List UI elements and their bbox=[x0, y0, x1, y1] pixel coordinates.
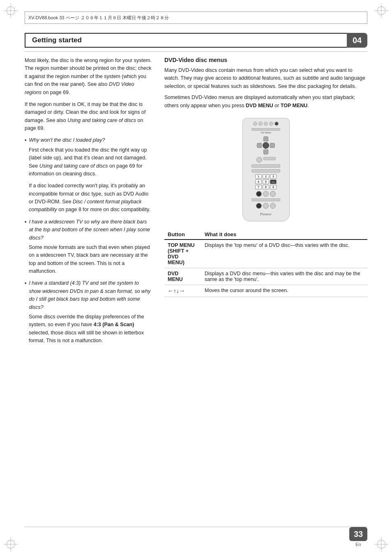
remote-control: TOP MENU bbox=[242, 118, 290, 221]
section-para2: Sometimes DVD-Video menus are displayed … bbox=[164, 94, 367, 110]
remote-top-lights bbox=[253, 122, 279, 126]
bullet-2-label: I have a widescreen TV so why are there … bbox=[25, 218, 152, 242]
wide-btn-2 bbox=[251, 164, 280, 168]
pioneer-logo: Pioneer bbox=[260, 212, 272, 216]
dpad-up bbox=[263, 136, 268, 141]
bullet-3-label: I have a standard (4:3) TV and set the s… bbox=[25, 279, 152, 311]
num-2: 2 bbox=[263, 174, 269, 179]
bullet-1-body: First check that you loaded the disc the… bbox=[25, 146, 152, 214]
page-number: 33 bbox=[349, 527, 367, 541]
section-title: DVD-Video disc menus bbox=[164, 57, 367, 63]
dpad-down bbox=[263, 150, 268, 154]
light-1 bbox=[253, 122, 257, 126]
num-9: 9 bbox=[270, 185, 277, 189]
btn-arrows: ←↑↓→ bbox=[164, 285, 201, 297]
wide-btn-3 bbox=[251, 169, 280, 173]
circle-light-2 bbox=[270, 191, 276, 197]
remote-bottom-row2 bbox=[251, 198, 280, 201]
num-8: 8 bbox=[263, 185, 269, 189]
chapter-header: Getting started 04 bbox=[25, 33, 367, 48]
para2-link-italic: Using and taking care of discs bbox=[67, 117, 136, 123]
left-column: Most likely, the disc is the wrong regio… bbox=[25, 57, 152, 522]
button-table: Button What it does TOP MENU (SHIFT + DV… bbox=[164, 230, 367, 297]
table-row-1: TOP MENU (SHIFT + DVD MENU) Displays the… bbox=[164, 240, 367, 268]
bullet-3-label-text: I have a standard (4:3) TV and set the s… bbox=[29, 279, 152, 311]
intro-link-italic: DVD Video regions bbox=[25, 81, 134, 95]
dvd-menu-bold: DVD MENU bbox=[246, 103, 273, 108]
rect-btn-1 bbox=[263, 157, 276, 160]
num-5: 5 bbox=[263, 180, 269, 184]
reg-mark-bl bbox=[3, 537, 18, 552]
divider-bottom bbox=[25, 527, 367, 527]
circle-btn-1 bbox=[256, 157, 262, 163]
bullet-3-bold: 4:3 (Pan & Scan) bbox=[94, 322, 134, 327]
table-row-3: ←↑↓→ Moves the cursor around the screen. bbox=[164, 285, 367, 297]
col-button: Button bbox=[164, 230, 201, 240]
remote-wide-btn1 bbox=[251, 128, 280, 131]
desc-dvd-menu: Displays a DVD disc menu—this varies wit… bbox=[201, 268, 367, 285]
bullet-1-italic-link2: Disc / content format playback compatibi… bbox=[29, 199, 141, 212]
para2: If the region number is OK, it may be th… bbox=[25, 101, 152, 133]
section-para1: Many DVD-Video discs contain menus from … bbox=[164, 67, 367, 90]
table-row-2: DVD MENU Displays a DVD disc menu—this v… bbox=[164, 268, 367, 285]
circle-dark-1 bbox=[256, 191, 262, 197]
btn-top-menu: TOP MENU (SHIFT + DVD MENU) bbox=[164, 240, 201, 268]
divider-top bbox=[25, 51, 367, 52]
num-1: 1 bbox=[255, 174, 262, 179]
num-3: 3 bbox=[270, 174, 277, 179]
top-menu-bold: TOP MENU bbox=[281, 103, 308, 108]
top-bar-text: XV-DV88.book 33 ページ ２０６年１１月９日 木曜日 午後２時２８… bbox=[28, 15, 169, 21]
remote-row1 bbox=[256, 157, 276, 163]
light-5 bbox=[274, 122, 279, 126]
dpad-center bbox=[263, 142, 269, 149]
light-2 bbox=[258, 122, 263, 126]
content-area: Most likely, the disc is the wrong regio… bbox=[25, 57, 367, 522]
dpad-left bbox=[257, 143, 262, 148]
light-3 bbox=[264, 122, 268, 126]
arrow-symbol: ←↑↓→ bbox=[168, 288, 185, 294]
reg-mark-br bbox=[374, 537, 389, 552]
bullet-1-label-text: Why won't the disc I loaded play? bbox=[29, 136, 105, 144]
remote-illustration: TOP MENU bbox=[164, 118, 367, 221]
bullet-3-body: Some discs override the display preferen… bbox=[25, 313, 152, 345]
top-bar: XV-DV88.book 33 ページ ２０６年１１月９日 木曜日 午後２時２８… bbox=[25, 12, 367, 24]
num-7: 7 bbox=[255, 185, 262, 189]
desc-top-menu: Displays the 'top menu' of a DVD disc—th… bbox=[201, 240, 367, 268]
reg-mark-tr bbox=[374, 3, 389, 18]
light-4 bbox=[269, 122, 273, 126]
bullet-1-italic-link: Using and taking care of discs bbox=[39, 163, 108, 169]
num-dash: — bbox=[270, 180, 277, 184]
bullet-2-body: Some movie formats are such that even wh… bbox=[25, 244, 152, 276]
remote-numpad: 1 2 3 4 5 — 7 8 9 bbox=[255, 174, 277, 189]
top-menu-label: TOP MENU bbox=[261, 131, 271, 134]
remote-dpad bbox=[257, 136, 275, 154]
remote-bottom-row1 bbox=[256, 191, 276, 197]
num-4: 4 bbox=[255, 180, 262, 184]
chapter-title: Getting started bbox=[25, 33, 347, 48]
chapter-number: 04 bbox=[347, 33, 367, 48]
power-btn bbox=[256, 203, 262, 209]
bullet-2: I have a widescreen TV so why are there … bbox=[25, 218, 152, 276]
circle-4 bbox=[270, 203, 276, 209]
bullet-3: I have a standard (4:3) TV and set the s… bbox=[25, 279, 152, 345]
dpad-right bbox=[270, 143, 275, 148]
right-column: DVD-Video disc menus Many DVD-Video disc… bbox=[164, 57, 367, 522]
transport-bar bbox=[251, 198, 280, 201]
desc-arrows: Moves the cursor around the screen. bbox=[201, 285, 367, 297]
bullet-1: Why won't the disc I loaded play? First … bbox=[25, 136, 152, 214]
col-what: What it does bbox=[201, 230, 367, 240]
remote-row3 bbox=[251, 169, 280, 173]
remote-row2 bbox=[251, 164, 280, 168]
bullet-1-label: Why won't the disc I loaded play? bbox=[25, 136, 152, 144]
circle-light-1 bbox=[263, 191, 269, 197]
btn-dvd-menu: DVD MENU bbox=[164, 268, 201, 285]
reg-mark-tl bbox=[3, 3, 18, 18]
remote-bottom-row3 bbox=[256, 203, 276, 209]
page-locale: En bbox=[355, 542, 361, 547]
circle-3 bbox=[263, 203, 269, 209]
bullet-2-label-text: I have a widescreen TV so why are there … bbox=[29, 218, 152, 242]
intro-paragraph: Most likely, the disc is the wrong regio… bbox=[25, 57, 152, 97]
remote-wide-btn-area: TOP MENU bbox=[249, 128, 282, 134]
page-number-area: 33 En bbox=[349, 527, 367, 547]
remote-label-row: TOP MENU bbox=[261, 131, 271, 134]
